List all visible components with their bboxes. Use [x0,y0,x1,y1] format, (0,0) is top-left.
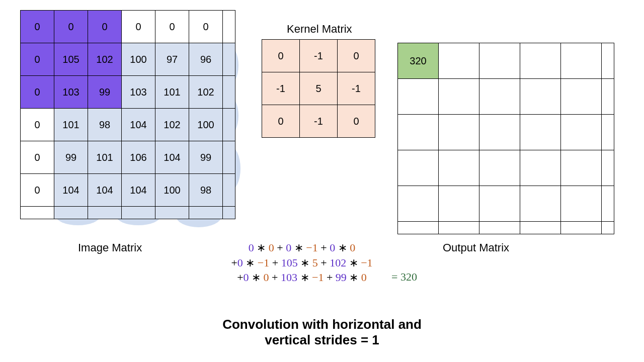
kernel-cell: -1 [338,72,375,105]
kernel-cell: -1 [300,105,338,138]
image-cell: 102 [155,109,189,141]
eq-kernel-value: 0 [350,241,355,254]
image-cell: 98 [189,174,223,207]
eq-operator: + [231,256,237,269]
eq-kernel-value: −1 [258,256,269,269]
equals-sign: = [391,270,400,283]
image-cell: 96 [189,43,223,76]
output-cell [520,150,561,186]
output-cell [561,43,602,79]
output-cell-partial [479,222,520,234]
image-cell: 0 [21,76,54,109]
output-cell [398,115,439,150]
image-cell-partial [88,207,122,219]
image-matrix-label: Image Matrix [78,241,142,254]
kernel-cell: 0 [338,40,375,72]
output-cell [479,79,520,115]
eq-image-value: 0 [286,241,291,254]
kernel-cell: -1 [300,40,338,72]
eq-kernel-value: 0 [264,271,269,284]
output-cell-partial [398,222,439,234]
output-cell-partial [602,79,614,115]
image-cell: 100 [189,109,223,141]
eq-image-value: 102 [330,256,346,269]
image-cell: 102 [189,76,223,109]
eq-image-value: 0 [244,271,249,284]
image-cell: 0 [155,11,189,43]
output-cell [439,186,479,222]
eq-kernel-value: 0 [361,271,367,284]
image-cell-partial [155,207,189,219]
output-cell-partial [602,186,614,222]
output-cell [479,43,520,79]
eq-operator: ∗ [243,256,258,269]
eq-operator: ∗ [335,241,350,254]
image-cell: 0 [21,11,54,43]
image-cell: 103 [54,76,88,109]
image-cell-partial [223,207,235,219]
image-cell: 104 [122,174,155,207]
image-cell: 0 [21,141,54,174]
image-cell: 104 [54,174,88,207]
kernel-matrix-label: Kernel Matrix [287,23,352,36]
image-cell: 101 [54,109,88,141]
image-cell-partial [223,174,235,207]
eq-kernel-value: −1 [361,256,372,269]
output-cell-partial [602,115,614,150]
output-cell [398,150,439,186]
output-cell [439,79,479,115]
image-cell-partial [223,76,235,109]
output-matrix-label: Output Matrix [443,241,509,254]
image-cell: 0 [122,11,155,43]
output-cell [479,186,520,222]
image-cell-partial [223,11,235,43]
output-cell [398,186,439,222]
output-cell [439,115,479,150]
title-line-1: Convolution with horizontal and [0,317,644,332]
image-cell: 101 [88,141,122,174]
image-cell: 99 [88,76,122,109]
image-cell-partial [21,207,54,219]
eq-operator: ∗ [346,256,361,269]
image-cell: 0 [21,109,54,141]
image-cell: 103 [122,76,155,109]
image-matrix: 0000000105102100979601039910310110201019… [20,10,235,219]
image-cell-partial [223,109,235,141]
eq-kernel-value: 5 [312,256,318,269]
eq-operator: + [269,256,281,269]
eq-image-value: 0 [330,241,335,254]
output-cell [398,79,439,115]
output-cell [479,115,520,150]
eq-kernel-value: −1 [312,271,324,284]
output-cell-partial [602,150,614,186]
image-cell: 105 [54,43,88,76]
image-cell: 106 [122,141,155,174]
image-cell: 0 [21,174,54,207]
output-cell [561,150,602,186]
kernel-cell: 0 [262,40,300,72]
output-cell-partial [602,43,614,79]
output-cell [439,150,479,186]
output-cell [520,43,561,79]
convolution-equation: 0 ∗ 0 + 0 ∗ −1 + 0 ∗ 0+0 ∗ −1 + 105 ∗ 5 … [216,240,387,285]
image-cell-partial [189,207,223,219]
eq-operator: + [274,241,286,254]
eq-operator: ∗ [298,256,312,269]
eq-image-value: 105 [281,256,298,269]
image-cell: 97 [155,43,189,76]
eq-operator: + [318,241,330,254]
eq-operator: ∗ [347,271,361,284]
eq-image-value: 103 [281,271,297,284]
output-cell [520,115,561,150]
image-cell: 0 [189,11,223,43]
image-cell: 104 [122,109,155,141]
diagram-title: Convolution with horizontal and vertical… [0,317,644,348]
output-cell-partial [520,222,561,234]
image-cell: 102 [88,43,122,76]
image-cell: 0 [88,11,122,43]
title-line-2: vertical strides = 1 [0,332,644,348]
eq-operator: ∗ [249,271,264,284]
eq-operator: ∗ [254,241,269,254]
eq-operator: ∗ [297,271,312,284]
image-cell: 0 [54,11,88,43]
